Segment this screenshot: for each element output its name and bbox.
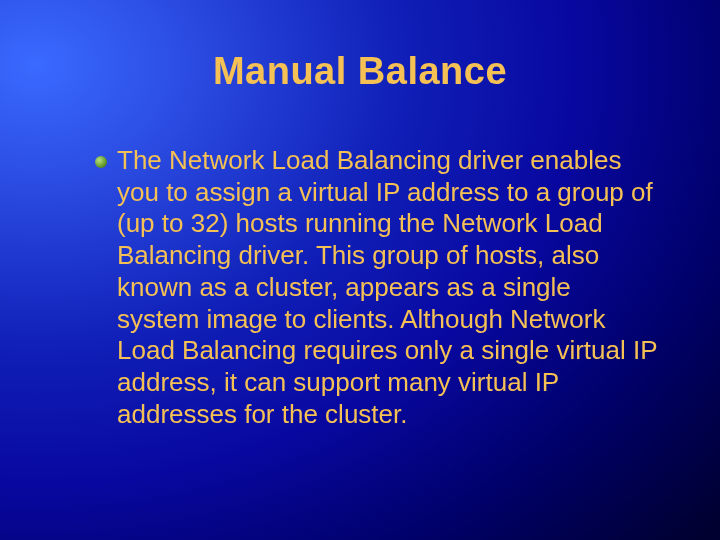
bullet-text: The Network Load Balancing driver enable…	[117, 145, 660, 430]
bullet-icon	[95, 156, 107, 168]
slide-body: The Network Load Balancing driver enable…	[95, 145, 660, 430]
bullet-item: The Network Load Balancing driver enable…	[95, 145, 660, 430]
slide-title: Manual Balance	[0, 50, 720, 93]
